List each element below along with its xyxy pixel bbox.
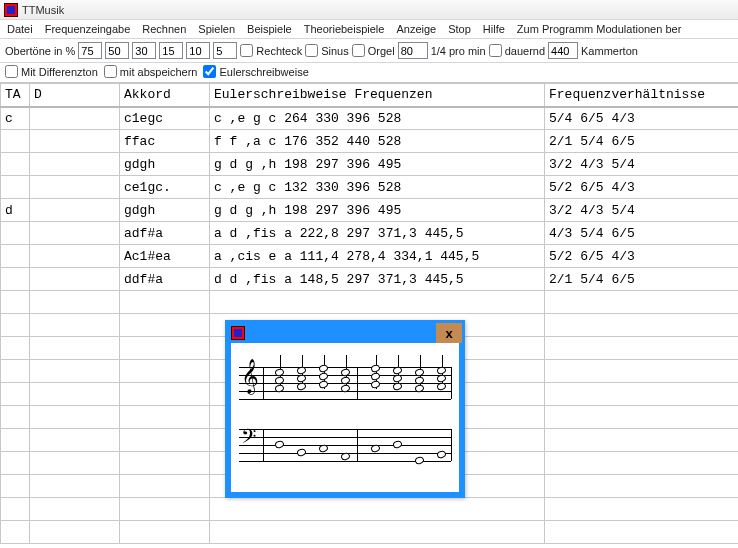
cell-fv[interactable] [545, 360, 739, 383]
score-popup[interactable]: x 𝄞 𝄢 [225, 320, 465, 498]
cell-eu[interactable] [210, 521, 545, 544]
table-row[interactable]: gdghg d g ,h 198 297 396 4953/2 4/3 5/4 [1, 153, 739, 176]
menu-stop[interactable]: Stop [448, 23, 471, 35]
cell-ak[interactable] [120, 291, 210, 314]
cell-d[interactable] [30, 153, 120, 176]
obertone-1[interactable] [78, 42, 102, 59]
cell-ta[interactable] [1, 245, 30, 268]
cell-ta[interactable] [1, 360, 30, 383]
cell-d[interactable] [30, 199, 120, 222]
cell-d[interactable] [30, 498, 120, 521]
cell-eu[interactable] [210, 291, 545, 314]
cell-eu[interactable]: c ,e g c 264 330 396 528 [210, 107, 545, 130]
table-row[interactable] [1, 521, 739, 544]
menu-programm[interactable]: Zum Programm Modulationen ber [517, 23, 681, 35]
header-fv[interactable]: Frequenzverhältnisse [545, 84, 739, 107]
differenzton-check[interactable]: Mit Differenzton [5, 65, 98, 78]
abspeichern-check[interactable]: mit abspeichern [104, 65, 198, 78]
cell-ta[interactable] [1, 176, 30, 199]
obertone-2[interactable] [105, 42, 129, 59]
kammerton-input[interactable] [548, 42, 578, 59]
euler-check[interactable]: Eulerschreibweise [203, 65, 308, 78]
cell-ta[interactable] [1, 452, 30, 475]
cell-fv[interactable]: 2/1 5/4 6/5 [545, 130, 739, 153]
menu-theoriebeispiele[interactable]: Theoriebeispiele [304, 23, 385, 35]
cell-fv[interactable]: 5/2 6/5 4/3 [545, 176, 739, 199]
cell-ta[interactable] [1, 153, 30, 176]
orgel-check[interactable]: Orgel [352, 44, 395, 57]
cell-ak[interactable]: gdgh [120, 199, 210, 222]
cell-d[interactable] [30, 360, 120, 383]
cell-d[interactable] [30, 521, 120, 544]
cell-fv[interactable] [545, 521, 739, 544]
cell-ta[interactable] [1, 383, 30, 406]
cell-eu[interactable]: a d ,fis a 222,8 297 371,3 445,5 [210, 222, 545, 245]
header-d[interactable]: D [30, 84, 120, 107]
cell-ta[interactable]: c [1, 107, 30, 130]
cell-fv[interactable] [545, 383, 739, 406]
cell-d[interactable] [30, 222, 120, 245]
popup-titlebar[interactable]: x [228, 323, 462, 343]
cell-d[interactable] [30, 314, 120, 337]
cell-eu[interactable]: g d g ,h 198 297 396 495 [210, 153, 545, 176]
cell-ta[interactable] [1, 314, 30, 337]
cell-ak[interactable] [120, 383, 210, 406]
cell-ak[interactable]: c1egc [120, 107, 210, 130]
cell-fv[interactable] [545, 337, 739, 360]
cell-d[interactable] [30, 268, 120, 291]
cell-ak[interactable]: Ac1#ea [120, 245, 210, 268]
table-row[interactable] [1, 498, 739, 521]
header-ta[interactable]: TA [1, 84, 30, 107]
obertone-5[interactable] [186, 42, 210, 59]
cell-fv[interactable] [545, 475, 739, 498]
cell-ak[interactable]: adf#a [120, 222, 210, 245]
menu-datei[interactable]: Datei [7, 23, 33, 35]
cell-d[interactable] [30, 475, 120, 498]
cell-fv[interactable]: 3/2 4/3 5/4 [545, 153, 739, 176]
cell-ak[interactable] [120, 314, 210, 337]
cell-eu[interactable]: g d g ,h 198 297 396 495 [210, 199, 545, 222]
cell-ak[interactable]: ddf#a [120, 268, 210, 291]
cell-fv[interactable]: 5/2 6/5 4/3 [545, 245, 739, 268]
cell-fv[interactable] [545, 314, 739, 337]
cell-d[interactable] [30, 337, 120, 360]
cell-ak[interactable]: ffac [120, 130, 210, 153]
dauernd-check[interactable]: dauernd [489, 44, 545, 57]
header-euler[interactable]: Eulerschreibweise Frequenzen [210, 84, 545, 107]
cell-fv[interactable] [545, 406, 739, 429]
cell-d[interactable] [30, 107, 120, 130]
cell-ak[interactable]: ce1gc. [120, 176, 210, 199]
cell-eu[interactable] [210, 498, 545, 521]
cell-ta[interactable] [1, 130, 30, 153]
obertone-3[interactable] [132, 42, 156, 59]
cell-d[interactable] [30, 383, 120, 406]
cell-ak[interactable] [120, 337, 210, 360]
sinus-check[interactable]: Sinus [305, 44, 349, 57]
cell-d[interactable] [30, 429, 120, 452]
cell-ak[interactable] [120, 521, 210, 544]
header-akkord[interactable]: Akkord [120, 84, 210, 107]
cell-ta[interactable] [1, 222, 30, 245]
cell-fv[interactable] [545, 498, 739, 521]
cell-ak[interactable] [120, 498, 210, 521]
cell-ak[interactable] [120, 429, 210, 452]
table-row[interactable]: adf#aa d ,fis a 222,8 297 371,3 445,54/3… [1, 222, 739, 245]
cell-fv[interactable]: 3/2 4/3 5/4 [545, 199, 739, 222]
table-row[interactable]: Ac1#eaa ,cis e a 111,4 278,4 334,1 445,5… [1, 245, 739, 268]
cell-d[interactable] [30, 245, 120, 268]
table-row[interactable]: ce1gc.c ,e g c 132 330 396 5285/2 6/5 4/… [1, 176, 739, 199]
cell-fv[interactable]: 5/4 6/5 4/3 [545, 107, 739, 130]
table-row[interactable] [1, 291, 739, 314]
obertone-4[interactable] [159, 42, 183, 59]
menu-anzeige[interactable]: Anzeige [396, 23, 436, 35]
cell-fv[interactable] [545, 452, 739, 475]
rechteck-check[interactable]: Rechteck [240, 44, 302, 57]
cell-ta[interactable] [1, 268, 30, 291]
table-row[interactable]: dgdghg d g ,h 198 297 396 4953/2 4/3 5/4 [1, 199, 739, 222]
cell-d[interactable] [30, 130, 120, 153]
table-row[interactable]: ddf#ad d ,fis a 148,5 297 371,3 445,52/1… [1, 268, 739, 291]
cell-ta[interactable] [1, 406, 30, 429]
cell-fv[interactable]: 2/1 5/4 6/5 [545, 268, 739, 291]
cell-ak[interactable] [120, 406, 210, 429]
cell-d[interactable] [30, 452, 120, 475]
